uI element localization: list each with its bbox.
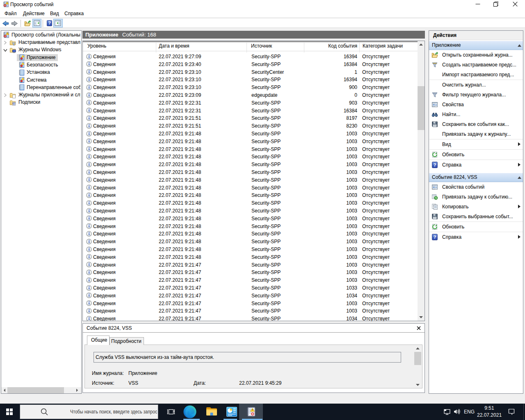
svg-text:?: ?	[433, 162, 436, 167]
svg-text:?: ?	[48, 21, 51, 25]
svg-text:?: ?	[433, 235, 436, 240]
